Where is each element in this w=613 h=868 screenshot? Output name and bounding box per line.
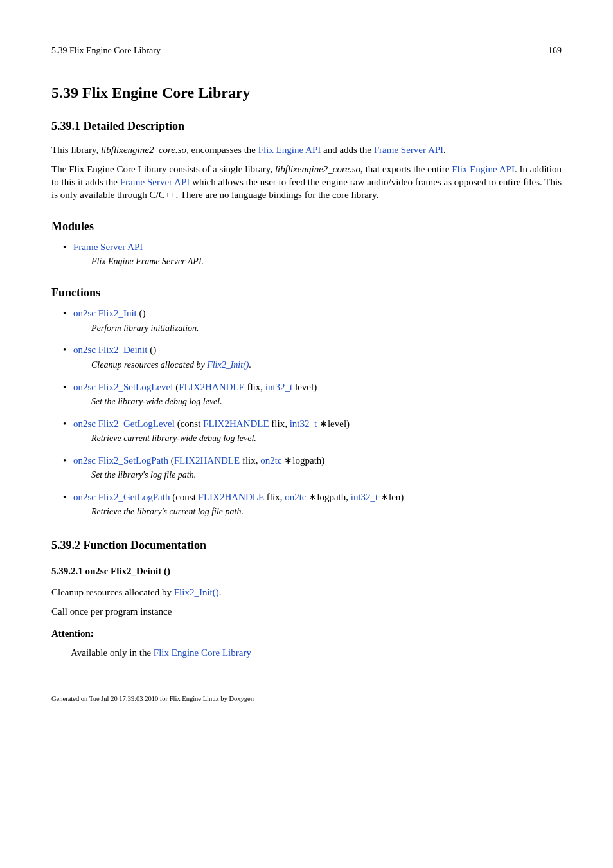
function-documentation-heading: 5.39.2 Function Documentation [51, 538, 562, 553]
attention-label: Attention: [51, 627, 562, 640]
modules-list: Frame Server APIFlix Engine Frame Server… [51, 240, 562, 268]
list-item: on2sc Flix2_Init ()Perform library initi… [73, 307, 562, 334]
api-link[interactable]: on2sc [73, 382, 96, 392]
api-link[interactable]: on2tc [260, 455, 281, 466]
library-filename: libflixengine2_core.so [101, 145, 186, 155]
list-item: on2sc Flix2_SetLogPath (FLIX2HANDLE flix… [73, 454, 562, 482]
api-link[interactable]: Flix2_Deinit [98, 345, 148, 355]
item-description: Retrieve the library's current log file … [91, 506, 562, 518]
page-footer: Generated on Tue Jul 20 17:39:03 2010 fo… [51, 692, 562, 703]
section-title: 5.39 Flix Engine Core Library [51, 82, 562, 103]
api-link[interactable]: on2tc [285, 492, 306, 502]
function-item-heading: 5.39.2.1 on2sc Flix2_Deinit () [51, 565, 562, 577]
item-description: Flix Engine Frame Server API. [91, 256, 562, 268]
page-header: 5.39 Flix Engine Core Library 169 [51, 45, 562, 59]
list-item: on2sc Flix2_GetLogPath (const FLIX2HANDL… [73, 491, 562, 518]
api-link[interactable]: FLIX2HANDLE [179, 382, 245, 392]
functions-list: on2sc Flix2_Init ()Perform library initi… [51, 307, 562, 518]
api-link[interactable]: int32_t [351, 492, 378, 502]
item-description: Perform library initialization. [91, 323, 562, 335]
api-link[interactable]: FLIX2HANDLE [199, 492, 265, 502]
api-link[interactable]: FLIX2HANDLE [203, 419, 269, 429]
detailed-paragraph-1: This library, libflixengine2_core.so, en… [51, 143, 562, 156]
module-link[interactable]: Frame Server API [73, 242, 143, 252]
list-item: on2sc Flix2_GetLogLevel (const FLIX2HAND… [73, 417, 562, 445]
api-link[interactable]: on2sc [73, 308, 96, 318]
api-link[interactable]: FLIX2HANDLE [174, 455, 240, 466]
flix-engine-api-link[interactable]: Flix Engine API [258, 145, 321, 155]
flix2-init-link[interactable]: Flix2_Init() [174, 587, 219, 597]
header-page-number: 169 [548, 45, 562, 57]
header-left: 5.39 Flix Engine Core Library [51, 45, 161, 57]
list-item: Frame Server APIFlix Engine Frame Server… [73, 240, 562, 268]
api-link[interactable]: on2sc [73, 455, 96, 466]
library-filename: libflixengine2_core.so [275, 164, 360, 174]
api-link[interactable]: Flix2_GetLogLevel [98, 419, 175, 429]
flix-engine-api-link[interactable]: Flix Engine API [452, 164, 515, 174]
list-item: on2sc Flix2_SetLogLevel (FLIX2HANDLE fli… [73, 381, 562, 408]
functions-heading: Functions [51, 285, 562, 300]
funcdoc-paragraph-2: Call once per program instance [51, 605, 562, 618]
api-link[interactable]: on2sc [73, 419, 96, 429]
api-link[interactable]: Flix2_SetLogLevel [98, 382, 173, 392]
item-description: Retrieve current library-wide debug log … [91, 433, 562, 445]
api-link[interactable]: Flix2_GetLogPath [98, 492, 170, 502]
list-item: on2sc Flix2_Deinit ()Cleanup resources a… [73, 343, 562, 371]
detailed-description-heading: 5.39.1 Detailed Description [51, 118, 562, 134]
api-link[interactable]: on2sc [73, 345, 96, 355]
api-link[interactable]: Flix2_SetLogPath [98, 455, 168, 466]
modules-heading: Modules [51, 219, 562, 234]
flix-engine-core-library-link[interactable]: Flix Engine Core Library [154, 647, 251, 658]
api-link[interactable]: Flix2_Init [98, 308, 137, 318]
frame-server-api-link[interactable]: Frame Server API [374, 145, 443, 155]
attention-text: Available only in the Flix Engine Core L… [71, 646, 562, 659]
item-description: Cleanup resources allocated by Flix2_Ini… [91, 359, 562, 372]
api-link[interactable]: int32_t [265, 382, 293, 392]
funcdoc-paragraph-1: Cleanup resources allocated by Flix2_Ini… [51, 586, 562, 599]
api-link[interactable]: int32_t [290, 419, 317, 429]
item-description: Set the library-wide debug log level. [91, 396, 562, 408]
api-link[interactable]: on2sc [73, 492, 96, 502]
item-description: Set the library's log file path. [91, 469, 562, 482]
frame-server-api-link[interactable]: Frame Server API [120, 177, 190, 187]
api-link[interactable]: Flix2_Init() [207, 360, 249, 370]
detailed-paragraph-2: The Flix Engine Core Library consists of… [51, 163, 562, 202]
